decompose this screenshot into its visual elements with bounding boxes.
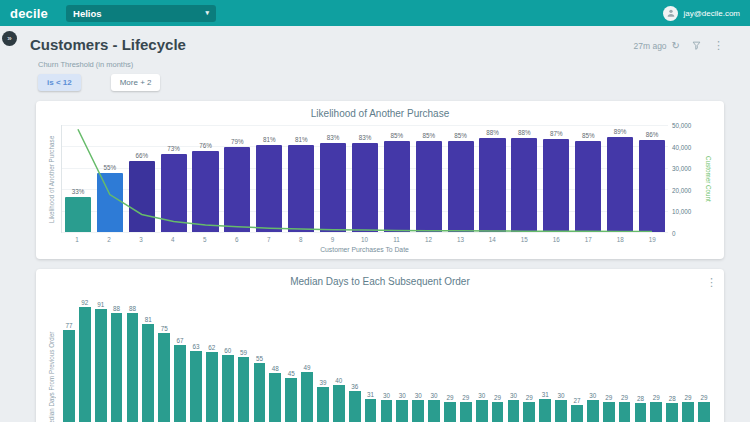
bar-column: 85% <box>413 125 445 232</box>
right-axis-tick-label: 40,000 <box>672 143 691 150</box>
likelihood-bar[interactable] <box>288 145 314 232</box>
likelihood-bar[interactable] <box>352 143 378 232</box>
likelihood-bar[interactable] <box>192 151 218 232</box>
median-days-bar[interactable] <box>317 387 329 422</box>
refresh-icon[interactable]: ↻ <box>672 40 680 51</box>
median-days-bar[interactable] <box>63 330 75 422</box>
x-tick-label: 9 <box>317 233 349 244</box>
sidebar-expand-button[interactable]: » <box>2 31 17 46</box>
bar-column: 30 <box>474 295 490 422</box>
median-days-bar[interactable] <box>412 400 424 422</box>
median-days-chart: Median Days From Previous Order 77929188… <box>48 295 712 422</box>
likelihood-bar[interactable] <box>607 137 633 232</box>
last-updated-text: 27m ago <box>634 41 667 51</box>
median-days-bar[interactable] <box>635 403 647 422</box>
median-days-bar[interactable] <box>111 313 123 422</box>
bar-column: 30 <box>379 295 395 422</box>
filter-icon[interactable] <box>692 41 701 50</box>
median-days-bar[interactable] <box>206 352 218 422</box>
person-icon <box>666 8 676 18</box>
median-days-bar[interactable] <box>190 351 202 422</box>
bar-column: 29 <box>680 295 696 422</box>
median-days-bar[interactable] <box>365 399 377 422</box>
likelihood-plot: 33%55%66%73%76%79%81%81%83%83%85%85%85%8… <box>61 125 668 233</box>
median-days-bar[interactable] <box>428 400 440 422</box>
likelihood-bar[interactable] <box>448 141 474 232</box>
likelihood-bar[interactable] <box>511 138 537 232</box>
likelihood-bar[interactable] <box>575 141 601 232</box>
median-days-bar[interactable] <box>79 307 91 422</box>
likelihood-bar[interactable] <box>65 197 91 232</box>
filter-chip-churn-threshold[interactable]: is < 12 <box>38 74 81 91</box>
median-days-chart-card: ⋮ Median Days to Each Subsequent Order M… <box>36 269 724 422</box>
bar-column: 36 <box>347 295 363 422</box>
chart-title: Likelihood of Another Purchase <box>48 108 712 119</box>
bar-value-label: 33% <box>57 188 99 195</box>
filter-chip-more[interactable]: More + 2 <box>111 74 161 91</box>
bar-column: 55% <box>94 125 126 232</box>
median-days-bar[interactable] <box>222 355 234 422</box>
median-days-bar[interactable] <box>603 402 615 422</box>
median-days-bar[interactable] <box>650 402 662 422</box>
bar-column: 39 <box>315 295 331 422</box>
chevron-down-icon: ▾ <box>206 9 210 17</box>
x-tick-label: 2 <box>93 233 125 244</box>
median-days-bar[interactable] <box>396 400 408 422</box>
median-days-bar[interactable] <box>127 313 139 422</box>
likelihood-bar[interactable] <box>256 145 282 232</box>
y-axis-label-left: Median Days From Previous Order <box>48 295 61 422</box>
median-days-bar[interactable] <box>381 400 393 422</box>
bar-column: 30 <box>585 295 601 422</box>
median-days-bar[interactable] <box>523 402 535 422</box>
median-days-bar[interactable] <box>698 402 710 422</box>
chevrons-right-icon: » <box>7 34 11 43</box>
likelihood-bar[interactable] <box>416 141 442 232</box>
median-days-bar[interactable] <box>95 309 107 422</box>
median-days-bar[interactable] <box>476 400 488 422</box>
median-days-bar[interactable] <box>508 400 520 422</box>
median-days-bar[interactable] <box>174 345 186 422</box>
median-days-bar[interactable] <box>238 357 250 422</box>
bar-column: 89% <box>604 125 636 232</box>
median-days-bar[interactable] <box>587 400 599 422</box>
median-days-bar[interactable] <box>539 399 551 422</box>
bar-column: 29 <box>442 295 458 422</box>
median-days-columns: 7792918888817567636260595548454939403631… <box>61 295 712 422</box>
bar-column: 85% <box>572 125 604 232</box>
bar-column: 88 <box>125 295 141 422</box>
kebab-menu-icon[interactable]: ⋮ <box>713 39 724 52</box>
median-days-bar[interactable] <box>333 385 345 422</box>
likelihood-bar[interactable] <box>543 139 569 232</box>
median-days-bar[interactable] <box>142 324 154 422</box>
median-days-bar[interactable] <box>619 402 631 422</box>
likelihood-bar[interactable] <box>320 143 346 232</box>
median-days-bar[interactable] <box>571 405 583 422</box>
median-days-bar[interactable] <box>666 403 678 422</box>
bar-column: 30 <box>394 295 410 422</box>
kebab-menu-icon[interactable]: ⋮ <box>706 276 717 289</box>
likelihood-bar[interactable] <box>224 147 250 232</box>
median-days-bar[interactable] <box>158 333 170 422</box>
bar-column: 29 <box>490 295 506 422</box>
likelihood-bar[interactable] <box>479 138 505 232</box>
avatar[interactable] <box>663 6 678 21</box>
median-days-bar[interactable] <box>269 373 281 422</box>
median-days-bar[interactable] <box>492 402 504 422</box>
median-days-bar[interactable] <box>460 402 472 422</box>
bar-column: 29 <box>521 295 537 422</box>
median-days-bar[interactable] <box>682 402 694 422</box>
workspace-selector[interactable]: Helios ▾ <box>66 5 216 22</box>
bar-column: 28 <box>664 295 680 422</box>
x-tick-label: 15 <box>508 233 540 244</box>
likelihood-plot-columns: 33%55%66%73%76%79%81%81%83%83%85%85%85%8… <box>62 125 668 232</box>
right-axis-tick-label: 20,000 <box>672 186 691 193</box>
likelihood-bar[interactable] <box>161 154 187 232</box>
likelihood-bar[interactable] <box>639 140 665 232</box>
median-days-bar[interactable] <box>285 378 297 422</box>
likelihood-bar[interactable] <box>129 161 155 232</box>
median-days-plot: 7792918888817567636260595548454939403631… <box>61 295 712 422</box>
likelihood-bar[interactable] <box>97 173 123 232</box>
likelihood-bar[interactable] <box>384 141 410 232</box>
median-days-bar[interactable] <box>444 402 456 422</box>
bar-column: 30 <box>506 295 522 422</box>
